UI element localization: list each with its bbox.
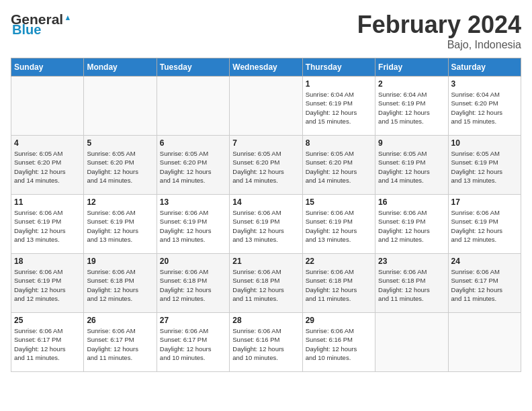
day-info: Sunrise: 6:06 AM Sunset: 6:18 PM Dayligh… — [306, 267, 372, 303]
weekday-header-tuesday: Tuesday — [157, 58, 229, 77]
day-number: 28 — [232, 316, 299, 325]
day-info: Sunrise: 6:05 AM Sunset: 6:20 PM Dayligh… — [160, 149, 226, 185]
day-number: 25 — [14, 316, 81, 325]
day-info: Sunrise: 6:06 AM Sunset: 6:18 PM Dayligh… — [232, 267, 299, 303]
calendar-week-4: 18Sunrise: 6:06 AM Sunset: 6:19 PM Dayli… — [11, 254, 521, 313]
day-info: Sunrise: 6:06 AM Sunset: 6:19 PM Dayligh… — [232, 208, 299, 244]
page-title: February 2024 — [357, 11, 521, 39]
day-number: 4 — [14, 138, 81, 148]
day-number: 5 — [87, 138, 153, 148]
calendar-cell: 20Sunrise: 6:06 AM Sunset: 6:18 PM Dayli… — [157, 254, 229, 313]
day-number: 7 — [232, 138, 299, 148]
day-info: Sunrise: 6:06 AM Sunset: 6:19 PM Dayligh… — [451, 208, 518, 244]
weekday-header-friday: Friday — [375, 58, 448, 77]
calendar-cell — [230, 77, 302, 136]
day-info: Sunrise: 6:06 AM Sunset: 6:18 PM Dayligh… — [87, 267, 153, 303]
day-info: Sunrise: 6:06 AM Sunset: 6:18 PM Dayligh… — [378, 267, 445, 303]
calendar-week-3: 11Sunrise: 6:06 AM Sunset: 6:19 PM Dayli… — [11, 195, 521, 254]
calendar-cell: 18Sunrise: 6:06 AM Sunset: 6:19 PM Dayli… — [11, 254, 84, 313]
calendar-cell: 16Sunrise: 6:06 AM Sunset: 6:19 PM Dayli… — [375, 195, 448, 254]
calendar-cell: 7Sunrise: 6:05 AM Sunset: 6:20 PM Daylig… — [230, 136, 302, 195]
calendar-cell: 11Sunrise: 6:06 AM Sunset: 6:19 PM Dayli… — [11, 195, 84, 254]
calendar-cell: 17Sunrise: 6:06 AM Sunset: 6:19 PM Dayli… — [448, 195, 521, 254]
page-location: Bajo, Indonesia — [357, 39, 521, 51]
day-number: 1 — [306, 79, 372, 89]
day-info: Sunrise: 6:05 AM Sunset: 6:19 PM Dayligh… — [378, 149, 445, 185]
calendar-week-2: 4Sunrise: 6:05 AM Sunset: 6:20 PM Daylig… — [11, 136, 521, 195]
day-number: 16 — [378, 197, 445, 207]
calendar-cell: 21Sunrise: 6:06 AM Sunset: 6:18 PM Dayli… — [230, 254, 302, 313]
weekday-header-monday: Monday — [84, 58, 157, 77]
day-info: Sunrise: 6:04 AM Sunset: 6:20 PM Dayligh… — [451, 90, 518, 126]
calendar-cell: 14Sunrise: 6:06 AM Sunset: 6:19 PM Dayli… — [230, 195, 302, 254]
day-info: Sunrise: 6:06 AM Sunset: 6:16 PM Dayligh… — [306, 326, 372, 362]
calendar-cell: 4Sunrise: 6:05 AM Sunset: 6:20 PM Daylig… — [11, 136, 84, 195]
day-number: 23 — [378, 257, 445, 266]
day-info: Sunrise: 6:06 AM Sunset: 6:17 PM Dayligh… — [14, 326, 81, 362]
day-number: 21 — [232, 257, 299, 266]
calendar-cell — [448, 313, 521, 372]
calendar-cell — [11, 77, 84, 136]
calendar-cell: 28Sunrise: 6:06 AM Sunset: 6:16 PM Dayli… — [230, 313, 302, 372]
day-info: Sunrise: 6:04 AM Sunset: 6:19 PM Dayligh… — [378, 90, 445, 126]
day-number: 26 — [87, 316, 153, 325]
day-number: 17 — [451, 197, 518, 207]
day-number: 8 — [306, 138, 372, 148]
title-block: February 2024 Bajo, Indonesia — [357, 11, 521, 51]
day-number: 9 — [378, 138, 445, 148]
day-number: 2 — [378, 79, 445, 89]
day-info: Sunrise: 6:05 AM Sunset: 6:20 PM Dayligh… — [232, 149, 299, 185]
logo-icon — [64, 11, 71, 26]
calendar-cell: 13Sunrise: 6:06 AM Sunset: 6:19 PM Dayli… — [157, 195, 229, 254]
day-number: 22 — [306, 257, 372, 266]
page-header: General Blue February 2024 Bajo, Indones… — [11, 11, 521, 51]
day-number: 27 — [160, 316, 226, 325]
day-info: Sunrise: 6:06 AM Sunset: 6:18 PM Dayligh… — [160, 267, 226, 303]
calendar-cell: 23Sunrise: 6:06 AM Sunset: 6:18 PM Dayli… — [375, 254, 448, 313]
day-info: Sunrise: 6:06 AM Sunset: 6:19 PM Dayligh… — [14, 208, 81, 244]
calendar-cell: 27Sunrise: 6:06 AM Sunset: 6:17 PM Dayli… — [157, 313, 229, 372]
calendar-cell — [375, 313, 448, 372]
calendar-cell: 6Sunrise: 6:05 AM Sunset: 6:20 PM Daylig… — [157, 136, 229, 195]
day-info: Sunrise: 6:05 AM Sunset: 6:20 PM Dayligh… — [306, 149, 372, 185]
day-number: 19 — [87, 257, 153, 266]
calendar-cell: 1Sunrise: 6:04 AM Sunset: 6:19 PM Daylig… — [302, 77, 375, 136]
calendar-table: SundayMondayTuesdayWednesdayThursdayFrid… — [11, 58, 521, 372]
day-info: Sunrise: 6:06 AM Sunset: 6:17 PM Dayligh… — [451, 267, 518, 303]
day-number: 6 — [160, 138, 226, 148]
day-number: 11 — [14, 197, 81, 207]
weekday-header-sunday: Sunday — [11, 58, 84, 77]
svg-marker-0 — [66, 15, 70, 20]
calendar-week-1: 1Sunrise: 6:04 AM Sunset: 6:19 PM Daylig… — [11, 77, 521, 136]
day-number: 24 — [451, 257, 518, 266]
day-info: Sunrise: 6:06 AM Sunset: 6:19 PM Dayligh… — [14, 267, 81, 303]
calendar-cell: 10Sunrise: 6:05 AM Sunset: 6:19 PM Dayli… — [448, 136, 521, 195]
day-info: Sunrise: 6:06 AM Sunset: 6:17 PM Dayligh… — [87, 326, 153, 362]
day-number: 15 — [306, 197, 372, 207]
day-info: Sunrise: 6:06 AM Sunset: 6:19 PM Dayligh… — [378, 208, 445, 244]
day-number: 3 — [451, 79, 518, 89]
day-info: Sunrise: 6:06 AM Sunset: 6:19 PM Dayligh… — [306, 208, 372, 244]
calendar-cell: 9Sunrise: 6:05 AM Sunset: 6:19 PM Daylig… — [375, 136, 448, 195]
calendar-cell: 5Sunrise: 6:05 AM Sunset: 6:20 PM Daylig… — [84, 136, 157, 195]
calendar-cell: 25Sunrise: 6:06 AM Sunset: 6:17 PM Dayli… — [11, 313, 84, 372]
day-number: 20 — [160, 257, 226, 266]
weekday-header-thursday: Thursday — [302, 58, 375, 77]
day-number: 13 — [160, 197, 226, 207]
calendar-week-5: 25Sunrise: 6:06 AM Sunset: 6:17 PM Dayli… — [11, 313, 521, 372]
day-info: Sunrise: 6:06 AM Sunset: 6:17 PM Dayligh… — [160, 326, 226, 362]
logo: General Blue — [11, 11, 71, 38]
day-info: Sunrise: 6:06 AM Sunset: 6:19 PM Dayligh… — [87, 208, 153, 244]
calendar-cell: 12Sunrise: 6:06 AM Sunset: 6:19 PM Dayli… — [84, 195, 157, 254]
day-number: 10 — [451, 138, 518, 148]
day-number: 18 — [14, 257, 81, 266]
calendar-cell — [84, 77, 157, 136]
day-info: Sunrise: 6:05 AM Sunset: 6:20 PM Dayligh… — [87, 149, 153, 185]
calendar-cell: 3Sunrise: 6:04 AM Sunset: 6:20 PM Daylig… — [448, 77, 521, 136]
day-number: 29 — [306, 316, 372, 325]
day-info: Sunrise: 6:06 AM Sunset: 6:19 PM Dayligh… — [160, 208, 226, 244]
day-number: 12 — [87, 197, 153, 207]
day-info: Sunrise: 6:04 AM Sunset: 6:19 PM Dayligh… — [306, 90, 372, 126]
day-info: Sunrise: 6:05 AM Sunset: 6:20 PM Dayligh… — [14, 149, 81, 185]
calendar-cell: 29Sunrise: 6:06 AM Sunset: 6:16 PM Dayli… — [302, 313, 375, 372]
